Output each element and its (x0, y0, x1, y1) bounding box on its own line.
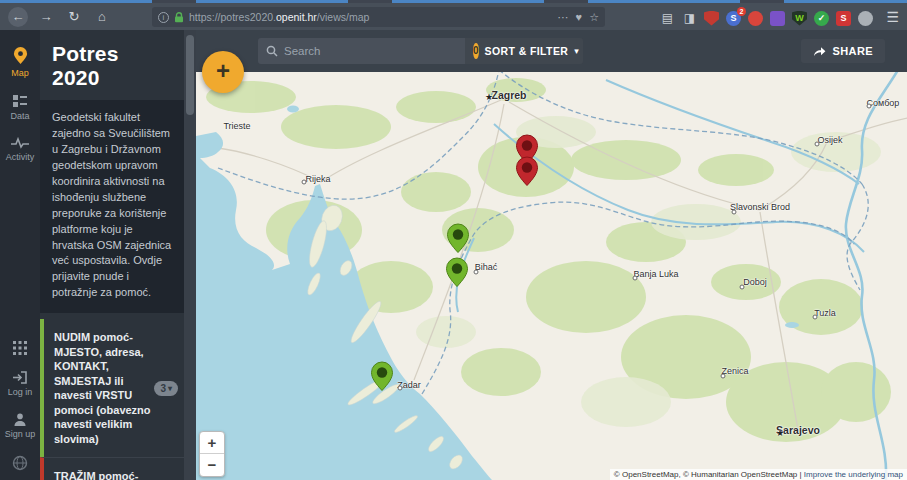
browser-chrome: ← → ↻ ⌂ i https://potres2020.openit.hr/v… (0, 0, 907, 30)
category-list: NUDIM pomoć- MJESTO, adresa, KONTAKT, SM… (40, 319, 184, 480)
bookmark-star-icon[interactable]: ☆ (589, 11, 599, 24)
add-report-button[interactable]: + (202, 51, 244, 93)
map-city-label: Doboj (743, 277, 767, 287)
login-icon (12, 371, 28, 384)
map-city-dot (398, 386, 403, 391)
report-pin-green[interactable] (445, 257, 469, 291)
map-city-label: Zagreb (491, 89, 526, 101)
person-icon (13, 413, 27, 426)
map-city-label: Osijek (817, 135, 842, 145)
category-item-1[interactable]: TRAŽIM pomoć- MJESTO, adresa, KONTAKT (m… (40, 457, 184, 480)
library-icon[interactable]: ▤ (660, 11, 675, 26)
attribution-text: © OpenStreetMap, © Humanitarian OpenStre… (614, 470, 804, 479)
map-city-dot (740, 285, 745, 290)
back-button[interactable]: ← (8, 7, 28, 27)
map-city-label: Zenica (721, 366, 748, 376)
map-attribution: © OpenStreetMap, © Humanitarian OpenStre… (610, 469, 907, 480)
lock-icon (174, 12, 184, 23)
login-button[interactable]: Log in (0, 364, 40, 406)
sidebar-item-label: Map (11, 68, 29, 78)
data-list-icon (12, 94, 28, 108)
search-icon (266, 45, 278, 57)
map-city-dot (867, 104, 872, 109)
report-pin-red[interactable] (515, 156, 539, 190)
browser-navbar: ← → ↻ ⌂ i https://potres2020.openit.hr/v… (0, 3, 907, 30)
category-count: 3 (160, 383, 166, 394)
map-view: 0 SORT & FILTER ▾ SHARE + (196, 30, 907, 480)
deployment-description: Geodetski fakultet zajedno sa Sveučilišt… (40, 100, 184, 313)
map-city-dot (732, 210, 737, 215)
url-path: /views/map (317, 11, 370, 23)
report-pin-green[interactable] (370, 361, 394, 395)
share-icon (813, 46, 826, 57)
search-input[interactable] (284, 45, 434, 57)
menu-icon[interactable]: ☰ (886, 9, 899, 25)
url-text: https://potres2020.openit.hr/views/map (189, 11, 553, 23)
page-title: Potres 2020 (40, 30, 184, 100)
zoom-control: + − (199, 431, 225, 477)
map-city-label: Trieste (223, 121, 250, 131)
attribution-link[interactable]: Improve the underlying map (804, 470, 903, 479)
share-label: SHARE (832, 45, 873, 57)
report-pin-green[interactable] (446, 223, 470, 257)
panel-scrollbar-thumb[interactable] (186, 35, 194, 115)
category-item-0[interactable]: NUDIM pomoć- MJESTO, adresa, KONTAKT, SM… (40, 319, 184, 457)
apps-grid-button[interactable] (0, 334, 40, 364)
map-city-label: Сомбор (867, 98, 900, 108)
map-pin-icon (13, 47, 28, 65)
green-check-icon[interactable]: ✓ (814, 11, 829, 26)
zoom-out-button[interactable]: − (200, 454, 224, 476)
forward-button[interactable]: → (36, 7, 56, 27)
signup-button[interactable]: Sign up (0, 406, 40, 448)
w-shield-icon[interactable]: W (792, 11, 807, 26)
red-circle-ext-icon[interactable] (748, 11, 763, 26)
sidebar-icon[interactable]: ◨ (682, 11, 697, 26)
map-city-label: Slavonski Brod (730, 202, 790, 212)
home-button[interactable]: ⌂ (92, 7, 112, 27)
capital-star-icon: ★ (485, 92, 493, 102)
sidebar-item-map[interactable]: Map (0, 40, 40, 87)
login-label: Log in (8, 387, 33, 397)
capital-star-icon: ★ (776, 428, 784, 438)
map-city-dot (633, 276, 638, 281)
sidebar-item-data[interactable]: Data (0, 87, 40, 130)
zoom-in-button[interactable]: + (200, 432, 224, 454)
map-city-label: Rijeka (305, 174, 330, 184)
extension-icons: ▤◨S2W✓S (660, 6, 873, 30)
app-body: Map Data Activity (0, 30, 907, 480)
reload-button[interactable]: ↻ (64, 7, 84, 27)
potres2020-app-window: ← → ↻ ⌂ i https://potres2020.openit.hr/v… (0, 0, 907, 480)
blue-ext-icon[interactable]: S2 (726, 11, 741, 26)
signup-label: Sign up (5, 429, 36, 439)
red-s-icon[interactable]: S (836, 11, 851, 26)
map-canvas[interactable]: TriesteRijekaZagreb★СомборOsijekSlavonsk… (196, 72, 907, 480)
sidebar-item-label: Data (10, 111, 29, 121)
language-button[interactable] (0, 448, 40, 480)
ublock-shield-icon[interactable] (704, 11, 719, 26)
grey-ext-icon[interactable] (858, 11, 873, 26)
chevron-down-icon: ▾ (574, 46, 579, 56)
url-domain: openit.hr (276, 11, 317, 23)
url-bar[interactable]: i https://potres2020.openit.hr/views/map… (152, 7, 605, 27)
extension-badge: 2 (737, 7, 746, 16)
purple-ext-icon[interactable] (770, 11, 785, 26)
map-city-dot (813, 315, 818, 320)
page-actions-icon[interactable]: ⋯ (558, 11, 569, 24)
category-count-dropdown[interactable]: 3▾ (154, 381, 178, 396)
search-box[interactable] (258, 38, 465, 64)
deployment-panel: Potres 2020 Geodetski fakultet zajedno s… (40, 30, 184, 480)
map-city-dot (302, 180, 307, 185)
sort-filter-label: SORT & FILTER (485, 45, 569, 57)
panel-scrollbar-track[interactable] (184, 30, 196, 480)
map-city-dot (721, 374, 726, 379)
sort-filter-button[interactable]: 0 SORT & FILTER ▾ (465, 38, 583, 64)
activity-pulse-icon (11, 137, 29, 149)
sidebar-item-activity[interactable]: Activity (0, 130, 40, 171)
pocket-icon[interactable]: ♥ (576, 11, 583, 23)
filter-count-badge: 0 (473, 43, 479, 59)
apps-grid-icon (13, 341, 27, 355)
sidebar-item-label: Activity (6, 152, 35, 162)
category-label: NUDIM pomoć- MJESTO, adresa, KONTAKT, SM… (54, 330, 151, 446)
site-info-icon[interactable]: i (158, 12, 169, 23)
share-button[interactable]: SHARE (801, 39, 885, 63)
